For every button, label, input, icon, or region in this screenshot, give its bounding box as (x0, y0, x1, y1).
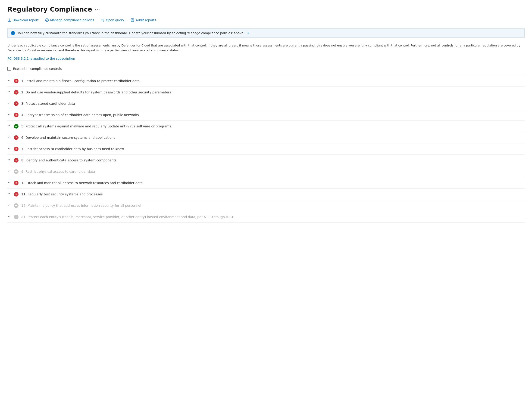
chevron-icon (8, 90, 11, 94)
compliance-item-label: A1. Protect each entity's (that is, merc… (21, 215, 234, 219)
compliance-icon (45, 18, 49, 22)
status-error-icon (14, 90, 18, 94)
audit-icon (130, 18, 134, 22)
compliance-item-label: 1. Install and maintain a firewall confi… (21, 79, 140, 83)
banner-text: You can now fully customize the standard… (17, 31, 249, 35)
compliance-item[interactable]: 3. Protect stored cardholder data (8, 98, 524, 110)
chevron-icon (8, 125, 11, 128)
compliance-item[interactable]: 8. Identify and authenticate access to s… (8, 155, 524, 166)
toolbar: Download report Manage compliance polici… (8, 17, 524, 25)
compliance-item[interactable]: 9. Restrict physical access to cardholde… (8, 166, 524, 177)
page-title: Regulatory Compliance ··· (8, 6, 524, 13)
chevron-icon (8, 192, 11, 196)
info-banner: i You can now fully customize the standa… (8, 28, 524, 38)
status-na-icon (14, 169, 18, 174)
open-query-button[interactable]: Open query (101, 17, 124, 23)
download-icon (8, 18, 11, 22)
chevron-icon (8, 181, 11, 185)
status-error-icon (14, 147, 18, 151)
expand-all-checkbox[interactable] (8, 67, 11, 70)
query-icon (101, 18, 105, 22)
compliance-item-label: 4. Encrypt transmission of cardholder da… (21, 113, 140, 117)
chevron-icon (8, 136, 11, 139)
info-icon: i (11, 31, 15, 35)
expand-all-label: Expand all compliance controls (13, 67, 62, 70)
manage-compliance-button[interactable]: Manage compliance policies (45, 17, 95, 23)
banner-arrow[interactable]: → (247, 31, 249, 35)
status-error-icon (14, 101, 18, 106)
compliance-item[interactable]: 10. Track and monitor all access to netw… (8, 177, 524, 189)
compliance-item[interactable]: 11. Regularly test security systems and … (8, 189, 524, 200)
compliance-item-label: 3. Protect stored cardholder data (21, 102, 75, 105)
svg-point-0 (45, 19, 48, 22)
compliance-item[interactable]: 5. Protect all systems against malware a… (8, 121, 524, 132)
compliance-item-label: 9. Restrict physical access to cardholde… (21, 170, 95, 173)
audit-reports-button[interactable]: Audit reports (130, 17, 156, 23)
compliance-item[interactable]: 4. Encrypt transmission of cardholder da… (8, 110, 524, 121)
status-error-icon (14, 79, 18, 83)
chevron-icon (8, 158, 11, 162)
compliance-item-label: 2. Do not use vendor-supplied defaults f… (21, 90, 171, 94)
compliance-item[interactable]: 2. Do not use vendor-supplied defaults f… (8, 87, 524, 98)
expand-all-row: Expand all compliance controls (8, 67, 524, 70)
status-error-icon (14, 192, 18, 196)
compliance-item[interactable]: 1. Install and maintain a firewall confi… (8, 75, 524, 87)
compliance-item[interactable]: A1. Protect each entity's (that is, merc… (8, 211, 524, 223)
compliance-item-label: 10. Track and monitor all access to netw… (21, 181, 143, 185)
chevron-icon (8, 79, 11, 83)
description-text: Under each applicable compliance control… (8, 42, 524, 54)
status-na-icon (14, 215, 18, 219)
chevron-icon (8, 147, 11, 150)
chevron-icon (8, 204, 11, 207)
status-success-icon (14, 124, 18, 129)
status-na-icon (14, 203, 18, 208)
chevron-icon (8, 215, 11, 219)
compliance-list: 1. Install and maintain a firewall confi… (8, 75, 524, 223)
compliance-item-label: 5. Protect all systems against malware a… (21, 125, 172, 128)
compliance-item[interactable]: 6. Develop and maintain secure systems a… (8, 132, 524, 143)
compliance-item[interactable]: 7. Restrict access to cardholder data by… (8, 143, 524, 155)
chevron-icon (8, 102, 11, 105)
chevron-icon (8, 170, 11, 173)
chevron-icon (8, 113, 11, 117)
compliance-item[interactable]: 12. Maintain a policy that addresses inf… (8, 200, 524, 211)
pci-link[interactable]: PCI DSS 3.2.1 is applied to the subscrip… (8, 57, 75, 60)
compliance-item-label: 12. Maintain a policy that addresses inf… (21, 204, 141, 207)
status-error-icon (14, 158, 18, 163)
status-error-icon (14, 113, 18, 117)
status-error-icon (14, 135, 18, 140)
compliance-item-label: 6. Develop and maintain secure systems a… (21, 136, 115, 140)
compliance-item-label: 11. Regularly test security systems and … (21, 192, 103, 196)
compliance-item-label: 7. Restrict access to cardholder data by… (21, 147, 124, 151)
compliance-item-label: 8. Identify and authenticate access to s… (21, 158, 116, 162)
status-error-icon (14, 181, 18, 185)
ellipsis: ··· (95, 7, 100, 12)
download-report-button[interactable]: Download report (8, 17, 39, 23)
